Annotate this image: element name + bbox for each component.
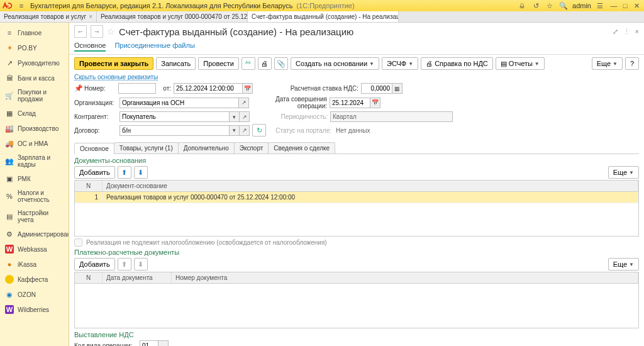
sidebar-item-ozon[interactable]: ◉OZON	[0, 287, 69, 302]
sidebar-item-bank[interactable]: 🏛Банк и касса	[0, 70, 69, 86]
history-icon[interactable]: ↺	[531, 1, 541, 11]
help-vat-button[interactable]: 🖨Справка по НДС	[421, 57, 493, 70]
date-input[interactable]	[174, 83, 243, 94]
sidebar-item-label: iKassa	[18, 261, 36, 268]
sidebar-item-kaffesta[interactable]: Каффеста	[0, 272, 69, 287]
tab-0[interactable]: Реализация товаров и услуг×	[0, 11, 97, 22]
itab-extra[interactable]: Дополнительно	[178, 142, 235, 153]
pay-add-button[interactable]: Добавить	[74, 258, 115, 271]
expand-icon[interactable]: ⤢	[613, 28, 618, 36]
tab-0-close-icon[interactable]: ×	[89, 13, 92, 20]
counterparty-input[interactable]	[119, 111, 230, 122]
post-button[interactable]: Провести	[198, 57, 239, 70]
col-num[interactable]: Номер документа	[172, 272, 638, 283]
reports-button[interactable]: ▤Отчеты▼	[496, 57, 545, 70]
user-label[interactable]: admin	[572, 2, 591, 9]
op-code-input[interactable]	[140, 340, 158, 346]
close-icon[interactable]: ×	[635, 28, 639, 36]
more-icon[interactable]: ⋮	[623, 28, 630, 36]
bell-icon[interactable]: 🕭	[517, 1, 527, 11]
date-picker-icon[interactable]: 📅	[243, 83, 253, 94]
sidebar-item-assets[interactable]: 🚚ОС и НМА	[0, 136, 69, 151]
refresh-button[interactable]: ↻	[252, 124, 266, 137]
pay-more-button[interactable]: Еще▼	[608, 258, 639, 271]
sidebar-item-wb[interactable]: WWildberries	[0, 302, 69, 317]
search-icon[interactable]: 🔍	[558, 1, 569, 11]
minimize-icon[interactable]: —	[609, 1, 619, 11]
basis-more-button[interactable]: Еще▼	[608, 166, 639, 179]
sidebar-item-admin[interactable]: ⚙Администрирование	[0, 226, 69, 242]
sidebar-item-prod[interactable]: 🏭Производство	[0, 121, 69, 136]
sidebar-item-ikassa[interactable]: ●iKassa	[0, 257, 69, 272]
attach-button[interactable]: 📎	[274, 57, 288, 70]
tab-1[interactable]: Реализация товаров и услуг 0000-000470 о…	[97, 11, 248, 22]
close-icon[interactable]: ✕	[631, 1, 641, 11]
sidebar-item-tax[interactable]: %Налоги и отчетность	[0, 186, 69, 206]
sidebar-item-mgr[interactable]: ↗Руководителю	[0, 55, 69, 70]
sidebar-item-sales[interactable]: 🛒Покупки и продажи	[0, 86, 69, 106]
hide-details-link[interactable]: Скрыть основные реквизиты	[69, 72, 644, 82]
dropdown-icon[interactable]: ▾	[230, 125, 240, 136]
hamburger-icon[interactable]: ≡	[16, 1, 26, 11]
tab-0-label: Реализация товаров и услуг	[4, 13, 86, 20]
itab-goods[interactable]: Товары, услуги (1)	[114, 142, 179, 153]
move-up-button[interactable]: ⬆	[118, 166, 131, 179]
star-icon[interactable]: ☆	[545, 1, 555, 11]
contract-input[interactable]	[119, 125, 230, 136]
vat-rate-input[interactable]	[361, 83, 392, 94]
nav-fwd-button[interactable]: →	[91, 25, 103, 38]
col-n[interactable]: N	[75, 181, 103, 191]
move-down-button[interactable]: ⬇	[134, 166, 148, 179]
eschf-button[interactable]: ЭСЧФ▼	[382, 57, 418, 70]
move-down-button[interactable]: ⬇	[134, 258, 148, 271]
open-icon[interactable]: ↗	[239, 98, 249, 108]
itab-main[interactable]: Основное	[74, 143, 114, 154]
itab-export[interactable]: Экспорт	[234, 142, 269, 153]
tab-2[interactable]: Счет-фактура выданный (создание) - На ре…	[248, 11, 399, 22]
more-button[interactable]: Еще▼	[592, 57, 623, 70]
sidebar-item-poby[interactable]: ✶PO.BY	[0, 40, 69, 55]
nav-back-button[interactable]: ←	[74, 25, 87, 38]
print-button[interactable]: 🖨	[258, 57, 272, 70]
col-n[interactable]: N	[75, 272, 103, 283]
gear-icon: ⚙	[5, 230, 14, 238]
sidebar-item-hr[interactable]: 👥Зарплата и кадры	[0, 151, 69, 171]
sidebar-item-stock[interactable]: ▦Склад	[0, 106, 69, 121]
number-input[interactable]	[118, 83, 156, 94]
op-date-input[interactable]	[330, 98, 370, 108]
calc-icon[interactable]: ▦	[392, 83, 402, 94]
pay-grid-body[interactable]	[75, 284, 638, 328]
write-button[interactable]: Записать	[156, 57, 196, 70]
table-row[interactable]: 1 Реализация товаров и услуг 0000-000470…	[75, 192, 638, 203]
dt-kt-button[interactable]: ᴬᵏ	[242, 57, 255, 70]
col-date[interactable]: Дата документа	[103, 272, 172, 283]
create-based-button[interactable]: Создать на основании▼	[291, 57, 379, 70]
favorite-star-icon[interactable]: ☆	[107, 26, 115, 36]
open-icon[interactable]: ↗	[240, 125, 250, 136]
vat-rate-label: Расчетная ставка НДС:	[283, 85, 358, 92]
open-icon[interactable]: ↗	[240, 111, 250, 122]
titlebar: ≡ Бухгалтерия для Беларуси, редакция 2.1…	[0, 0, 644, 11]
subtab-main[interactable]: Основное	[74, 40, 106, 52]
sidebar-item-rmk[interactable]: ▣РМК	[0, 171, 69, 186]
move-up-button[interactable]: ⬆	[118, 258, 131, 271]
dropdown-icon[interactable]: ▾	[230, 111, 240, 122]
period-label: Периодичность:	[252, 113, 328, 120]
sidebar-item-webkassa[interactable]: WWebkassa	[0, 242, 69, 257]
maximize-icon[interactable]: □	[620, 1, 630, 11]
itab-deal[interactable]: Сведения о сделке	[268, 142, 335, 153]
date-picker-icon[interactable]: 📅	[370, 98, 380, 108]
select-icon[interactable]: …	[158, 340, 169, 346]
sidebar-item-main[interactable]: ≡Главное	[0, 25, 69, 40]
inner-tabs: Основное Товары, услуги (1) Дополнительн…	[74, 142, 639, 154]
help-button[interactable]: ?	[625, 57, 639, 70]
sidebar-item-settings[interactable]: ▤Настройки учета	[0, 206, 69, 226]
subtab-attached[interactable]: Присоединенные файлы	[114, 40, 194, 52]
col-doc[interactable]: Документ-основание	[103, 181, 638, 191]
user-menu-icon[interactable]: ☰	[595, 1, 605, 11]
org-input[interactable]	[119, 98, 239, 108]
basis-add-button[interactable]: Добавить	[74, 166, 115, 179]
post-close-button[interactable]: Провести и закрыть	[74, 57, 153, 70]
portal-status-label: Статус на портале:	[269, 127, 331, 134]
pin-icon[interactable]: 📌	[74, 84, 82, 92]
